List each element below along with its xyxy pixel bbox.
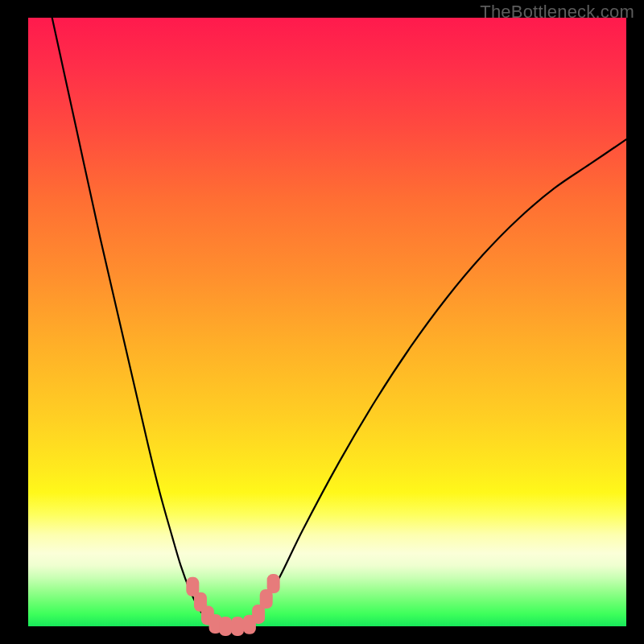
curve-layer (28, 18, 626, 626)
highlight-dot (231, 617, 244, 636)
highlight-dot (219, 617, 232, 636)
highlight-dot (267, 574, 280, 593)
curve-left-branch (52, 18, 214, 626)
bottleneck-curve (52, 18, 626, 626)
highlight-markers (186, 574, 279, 636)
curve-right-branch (250, 139, 626, 626)
chart-frame: TheBottleneck.com (0, 0, 644, 644)
plot-area (28, 18, 626, 626)
